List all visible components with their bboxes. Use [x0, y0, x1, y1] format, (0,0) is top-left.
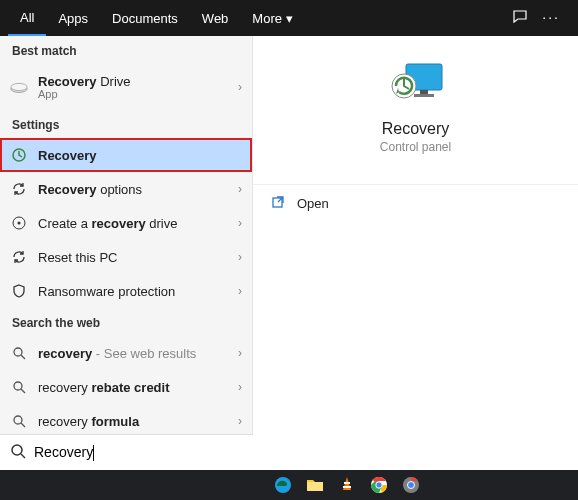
- search-bar[interactable]: Recovery: [0, 434, 253, 470]
- svg-rect-20: [414, 94, 434, 97]
- result-label: Recovery: [38, 148, 242, 163]
- settings-sync-icon: [10, 248, 28, 266]
- tab-more-label: More: [252, 11, 282, 26]
- preview-title: Recovery: [382, 120, 450, 138]
- result-label: Recovery Drive App: [38, 74, 238, 101]
- search-input[interactable]: Recovery: [34, 444, 94, 461]
- taskbar-chrome-canary-icon[interactable]: [398, 474, 424, 496]
- feedback-icon[interactable]: [512, 9, 528, 28]
- disc-icon: [10, 214, 28, 232]
- result-label: recovery formula: [38, 414, 238, 429]
- settings-sync-icon: [10, 180, 28, 198]
- tab-apps[interactable]: Apps: [46, 0, 100, 36]
- result-create-recovery-drive[interactable]: Create a recovery drive ›: [0, 206, 252, 240]
- svg-point-5: [14, 348, 22, 356]
- svg-point-23: [12, 445, 22, 455]
- section-settings: Settings: [0, 110, 252, 138]
- taskbar-edge-icon[interactable]: [270, 474, 296, 496]
- svg-line-24: [21, 454, 25, 458]
- result-label: Reset this PC: [38, 250, 238, 265]
- svg-rect-28: [343, 486, 351, 488]
- preview-subtitle: Control panel: [380, 140, 451, 154]
- result-recovery-drive[interactable]: Recovery Drive App ›: [0, 64, 252, 110]
- recovery-icon: [10, 146, 28, 164]
- taskbar-vlc-icon[interactable]: [334, 474, 360, 496]
- chevron-right-icon: ›: [238, 80, 242, 94]
- search-icon: [10, 443, 34, 463]
- result-web-recovery[interactable]: recovery - See web results ›: [0, 336, 252, 370]
- chevron-right-icon: ›: [238, 284, 242, 298]
- tab-more[interactable]: More ▾: [240, 0, 305, 36]
- preview-pane: Recovery Control panel Open: [253, 36, 578, 470]
- preview-actions: Open: [253, 184, 578, 222]
- result-label: Recovery options: [38, 182, 238, 197]
- svg-point-33: [408, 482, 415, 489]
- chevron-right-icon: ›: [238, 346, 242, 360]
- tab-web[interactable]: Web: [190, 0, 241, 36]
- search-body: Best match Recovery Drive App › Settings…: [0, 36, 578, 470]
- search-icon: [10, 344, 28, 362]
- chevron-right-icon: ›: [238, 414, 242, 428]
- result-recovery[interactable]: Recovery: [0, 138, 252, 172]
- result-label: Create a recovery drive: [38, 216, 238, 231]
- chevron-right-icon: ›: [238, 216, 242, 230]
- svg-line-6: [21, 355, 25, 359]
- svg-rect-19: [420, 90, 428, 94]
- tab-all[interactable]: All: [8, 0, 46, 36]
- search-tabs: All Apps Documents Web More ▾ ···: [0, 0, 578, 36]
- result-reset-this-pc[interactable]: Reset this PC ›: [0, 240, 252, 274]
- result-web-rebate-credit[interactable]: recovery rebate credit ›: [0, 370, 252, 404]
- chevron-right-icon: ›: [238, 182, 242, 196]
- svg-point-1: [11, 83, 27, 90]
- result-label: recovery rebate credit: [38, 380, 238, 395]
- preview-open-action[interactable]: Open: [253, 185, 578, 222]
- chevron-right-icon: ›: [238, 250, 242, 264]
- result-label: Ransomware protection: [38, 284, 238, 299]
- tab-documents[interactable]: Documents: [100, 0, 190, 36]
- search-icon: [10, 378, 28, 396]
- result-ransomware-protection[interactable]: Ransomware protection ›: [0, 274, 252, 308]
- svg-rect-26: [307, 482, 323, 491]
- recovery-preview-icon: [384, 60, 448, 108]
- svg-point-9: [14, 416, 22, 424]
- result-recovery-options[interactable]: Recovery options ›: [0, 172, 252, 206]
- drive-icon: [10, 78, 28, 96]
- svg-line-8: [21, 389, 25, 393]
- taskbar-chrome-icon[interactable]: [366, 474, 392, 496]
- taskbar-explorer-icon[interactable]: [302, 474, 328, 496]
- svg-line-10: [21, 423, 25, 427]
- open-icon: [271, 195, 285, 212]
- svg-point-4: [18, 222, 21, 225]
- shield-icon: [10, 282, 28, 300]
- result-label: recovery - See web results: [38, 346, 238, 361]
- chevron-right-icon: ›: [238, 380, 242, 394]
- section-search-web: Search the web: [0, 308, 252, 336]
- chevron-down-icon: ▾: [286, 11, 293, 26]
- search-icon: [10, 412, 28, 430]
- section-best-match: Best match: [0, 36, 252, 64]
- results-list: Best match Recovery Drive App › Settings…: [0, 36, 253, 470]
- preview-open-label: Open: [297, 196, 329, 211]
- more-options-icon[interactable]: ···: [542, 9, 560, 28]
- svg-rect-27: [344, 482, 350, 484]
- result-web-formula[interactable]: recovery formula ›: [0, 404, 252, 438]
- svg-point-7: [14, 382, 22, 390]
- taskbar: [0, 470, 578, 500]
